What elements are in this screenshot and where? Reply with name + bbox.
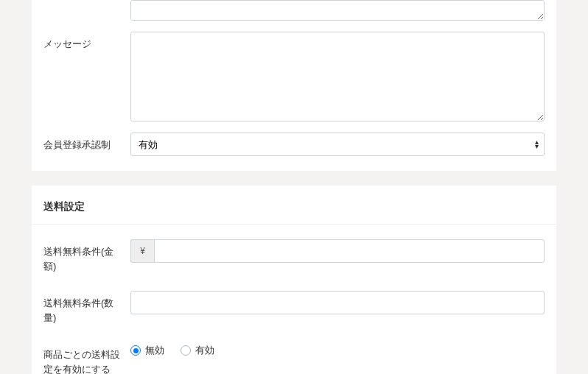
shipping-section: 送料設定 送料無料条件(金額) ¥ 送料無料条件(数量) 商品ごとの送料設定を有… [32,186,556,374]
label-message: メッセージ [43,32,130,52]
radio-icon [181,345,191,356]
row-per-product: 商品ごとの送料設定を有効にする 無効 有効 [32,325,556,374]
currency-prefix: ¥ [130,239,154,263]
radio-group-per-product: 無効 有効 [130,342,545,357]
textarea-message[interactable] [130,32,545,121]
radio-disable[interactable]: 無効 [130,344,164,357]
row-free-qty: 送料無料条件(数量) [32,273,556,325]
textarea-prev[interactable] [130,0,545,21]
label-free-qty: 送料無料条件(数量) [43,291,130,325]
label-free-amount: 送料無料条件(金額) [43,239,130,273]
label-per-product: 商品ごとの送料設定を有効にする [43,342,130,374]
form-section-top: メッセージ 会員登録承認制 有効 ▴▾ [32,0,556,171]
label-prev [43,0,130,5]
radio-icon [130,345,141,356]
shipping-heading: 送料設定 [32,186,556,225]
row-free-amount: 送料無料条件(金額) ¥ [32,225,556,273]
input-free-qty[interactable] [130,291,545,314]
input-free-amount[interactable] [154,239,545,263]
radio-label-enable: 有効 [195,344,214,357]
select-approval[interactable]: 有効 [130,133,545,156]
row-message: メッセージ [32,23,556,124]
radio-enable[interactable]: 有効 [181,344,214,357]
radio-label-disable: 無効 [145,344,164,357]
label-approval: 会員登録承認制 [43,133,130,152]
row-approval: 会員登録承認制 有効 ▴▾ [32,124,556,156]
row-textarea-prev [32,0,556,23]
